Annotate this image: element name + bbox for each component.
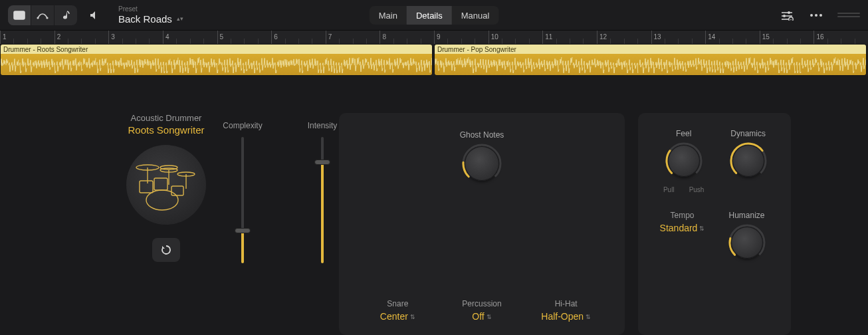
tempo-select[interactable]: Tempo Standard⇅ xyxy=(650,211,714,259)
feel-knob[interactable]: Feel Pull Push xyxy=(663,129,704,193)
view-panel-button[interactable] xyxy=(8,5,31,25)
humanize-knob[interactable]: Humanize xyxy=(714,211,779,259)
tab-main[interactable]: Main xyxy=(370,6,407,25)
region-name: Drummer - Roots Songwriter xyxy=(1,45,432,54)
svg-rect-21 xyxy=(140,181,153,193)
dynamics-knob[interactable]: Dynamics xyxy=(730,129,766,193)
volume-icon[interactable] xyxy=(84,5,106,25)
svg-rect-22 xyxy=(154,178,167,190)
svg-rect-23 xyxy=(171,186,183,195)
regions-lane: Drummer - Roots SongwriterDrummer - Pop … xyxy=(0,44,868,76)
drum-kit-image[interactable] xyxy=(126,145,206,225)
settings-sliders-icon[interactable]: + xyxy=(779,7,795,23)
svg-point-11 xyxy=(810,14,813,17)
svg-point-3 xyxy=(46,17,48,19)
chevron-updown-icon: ⇅ xyxy=(699,226,705,232)
svg-rect-1 xyxy=(14,11,25,19)
view-notation-button[interactable] xyxy=(54,5,77,25)
editor-tabs: Main Details Manual xyxy=(370,6,499,25)
tab-manual[interactable]: Manual xyxy=(452,6,499,25)
bar-ruler[interactable]: 12345678910111213141516 xyxy=(0,31,868,44)
drummer-editor: Acoustic Drummer Roots Songwriter xyxy=(0,113,868,335)
chevron-updown-icon: ⇅ xyxy=(487,314,492,320)
chevron-updown-icon: ⇅ xyxy=(586,314,591,320)
drummer-region[interactable]: Drummer - Pop Songwriter xyxy=(434,44,867,76)
regenerate-button[interactable] xyxy=(152,238,180,262)
drummer-region[interactable]: Drummer - Roots Songwriter xyxy=(0,44,433,76)
svg-point-2 xyxy=(37,17,39,19)
complexity-slider[interactable]: Complexity xyxy=(219,121,266,263)
chevron-updown-icon: ▴▾ xyxy=(177,16,183,22)
preset-selector[interactable]: Preset Back Roads ▴▾ xyxy=(118,5,183,25)
svg-point-12 xyxy=(815,14,817,17)
preset-label: Preset xyxy=(118,5,183,13)
percussion-select[interactable]: Percussion Off⇅ xyxy=(443,299,521,322)
plugin-toolbar: Preset Back Roads ▴▾ Main Details Manual… xyxy=(0,0,868,31)
intensity-slider[interactable]: Intensity xyxy=(299,121,346,263)
feel-right-label: Push xyxy=(689,186,705,193)
ghost-notes-knob[interactable]: Ghost Notes xyxy=(460,130,504,181)
tab-details[interactable]: Details xyxy=(407,6,452,25)
svg-point-24 xyxy=(146,190,178,210)
svg-point-13 xyxy=(819,14,822,17)
details-panel: Ghost Notes Snare Center⇅ Percussion Off… xyxy=(339,113,625,335)
feel-left-label: Pull xyxy=(663,186,675,193)
more-menu-icon[interactable] xyxy=(808,7,824,23)
drummer-name[interactable]: Roots Songwriter xyxy=(128,124,204,136)
svg-point-8 xyxy=(783,15,786,17)
drummer-section: Acoustic Drummer Roots Songwriter xyxy=(120,113,213,262)
resize-grip-icon[interactable] xyxy=(837,11,860,19)
snare-select[interactable]: Snare Center⇅ xyxy=(359,299,437,322)
view-mode-group xyxy=(8,5,77,25)
svg-text:+: + xyxy=(790,17,792,21)
drummer-category: Acoustic Drummer xyxy=(128,113,204,123)
toolbar-right: + xyxy=(779,7,860,23)
chevron-updown-icon: ⇅ xyxy=(410,314,415,320)
feel-panel: Feel Pull Push Dynamics Tempo Standard⇅ … xyxy=(638,113,791,335)
preset-value: Back Roads xyxy=(118,13,172,25)
region-name: Drummer - Pop Songwriter xyxy=(435,45,866,54)
view-automation-button[interactable] xyxy=(31,5,54,25)
svg-point-7 xyxy=(788,11,790,14)
timeline: 12345678910111213141516 Drummer - Roots … xyxy=(0,31,868,76)
performance-sliders: Complexity Intensity xyxy=(219,121,346,263)
hihat-select[interactable]: Hi-Hat Half-Open⇅ xyxy=(527,299,605,322)
